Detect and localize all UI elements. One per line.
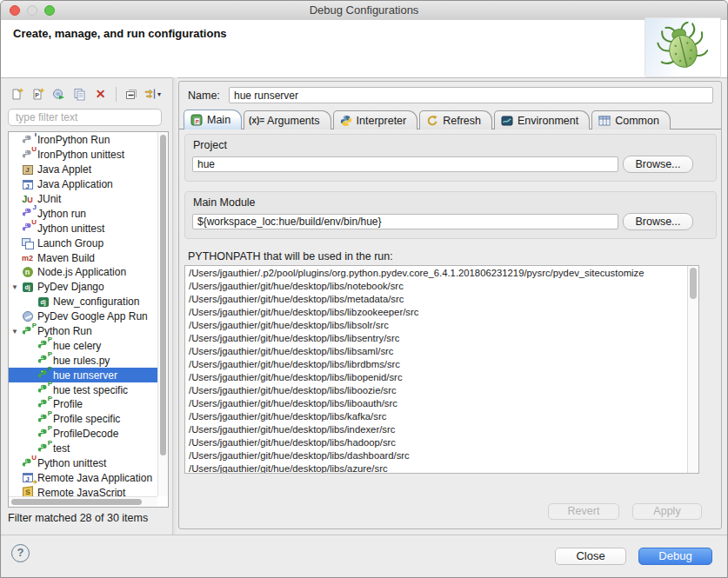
tree-item-hue-runserver[interactable]: Phue runserver (9, 368, 157, 382)
tree-item-hue-celery[interactable]: Phue celery (9, 338, 157, 353)
name-input[interactable] (229, 87, 713, 103)
tree-item-label: Jython run (37, 208, 86, 220)
project-input[interactable] (192, 156, 618, 172)
arguments-icon: (x)= (250, 115, 263, 127)
nodejs-icon: n (21, 267, 34, 278)
delete-config-icon[interactable]: ✕ (91, 85, 110, 103)
configurations-toolbar: P✕▾ (8, 83, 162, 104)
python-run-icon: P (37, 429, 50, 440)
tree-item-python-unittest[interactable]: UPython unittest (9, 456, 157, 471)
export-config-icon[interactable] (50, 85, 68, 103)
tree-item-node-js-application[interactable]: nNode.js Application (9, 265, 157, 280)
tree-item-label: hue runserver (53, 369, 117, 382)
project-browse-button[interactable]: Browse... (623, 156, 693, 173)
pythonpath-entry[interactable]: /Users/jgauthier/git/hue/desktop/libs/li… (185, 371, 687, 384)
pythonpath-entry[interactable]: /Users/jgauthier/git/hue/desktop/libs/li… (185, 384, 687, 397)
tree-item-profile[interactable]: PProfile (9, 397, 157, 412)
pythonpath-entry[interactable]: /Users/jgauthier/git/hue/desktop/libs/li… (185, 306, 687, 319)
revert-button[interactable]: Revert (548, 503, 619, 520)
tree-item-maven-build[interactable]: m2Maven Build (9, 250, 157, 265)
tree-item-java-applet[interactable]: JJava Applet (9, 163, 157, 177)
pythonpath-entry[interactable]: /Users/jgauthier/git/hue/desktop/libs/li… (185, 397, 687, 410)
pythonpath-entry[interactable]: /Users/jgauthier/git/hue/desktop/libs/li… (185, 358, 687, 371)
new-prototype-icon[interactable]: P (29, 85, 47, 103)
pythonpath-entry[interactable]: /Users/jgauthier/git/hue/desktop/libs/ka… (185, 410, 687, 423)
tree-item-label: Remote Java Application (37, 472, 152, 484)
pythonpath-entry[interactable]: /Users/jgauthier/git/hue/desktop/libs/in… (185, 423, 687, 436)
tree-item-remote-java-application[interactable]: J➔Remote Java Application (9, 470, 157, 485)
pythonpath-entry[interactable]: /Users/jgauthier/git/hue/desktop/libs/li… (185, 319, 687, 332)
tree-vertical-scrollbar-thumb[interactable] (160, 135, 166, 455)
tab-label: Refresh (443, 115, 481, 127)
launch-group-icon (21, 237, 34, 249)
pythonpath-entry[interactable]: /Users/jgauthier/git/hue/desktop/libs/da… (185, 449, 687, 462)
duplicate-config-icon[interactable] (70, 85, 89, 103)
tree-item-label: JUnit (37, 193, 61, 205)
collapse-all-icon[interactable] (123, 85, 141, 103)
main-tab-icon: P (190, 114, 203, 126)
tab-refresh[interactable]: Refresh (419, 110, 492, 130)
pythonpath-entry[interactable]: /Users/jgauthier/git/hue/desktop/libs/li… (185, 332, 687, 345)
tab-label: Common (615, 115, 659, 127)
debug-button[interactable]: Debug (638, 548, 712, 565)
tree-item-label: hue rules.py (53, 355, 110, 367)
pythonpath-entry[interactable]: /Users/jgauthier/git/hue/desktop/libs/ha… (185, 436, 687, 449)
tree-item-label: Node.js Application (37, 266, 126, 278)
new-launch-config-icon[interactable] (8, 85, 26, 103)
tab-main[interactable]: PMain (184, 110, 242, 130)
main-module-group: Main Module Browse... (184, 191, 717, 239)
tree-item-label: New_configuration (53, 296, 139, 308)
tab-interpreter[interactable]: Interpreter (333, 110, 418, 130)
tree-item-label: Profile (53, 398, 83, 410)
configurations-tree: IIronPython RunUIronPython unittestJJava… (8, 131, 169, 508)
tree-item-remote-javascript[interactable]: SRemote JavaScript (9, 485, 157, 496)
tree-item-label: PyDev Google App Run (37, 310, 148, 322)
tree-horizontal-scrollbar-thumb[interactable] (11, 499, 142, 505)
filter-input[interactable] (8, 109, 162, 126)
close-button[interactable]: Close (555, 548, 626, 565)
interpreter-icon (340, 115, 352, 127)
remote-js-icon: S (21, 487, 34, 496)
tree-item-java-application[interactable]: JJava Application (9, 177, 157, 192)
tree-item-jython-unittest[interactable]: UJython unittest (9, 221, 157, 236)
tree-item-profile-specific[interactable]: PProfile specific (9, 412, 157, 427)
pythonpath-entry[interactable]: /Users/jgauthier/git/hue/desktop/libs/me… (185, 293, 687, 306)
tab-environment[interactable]: Environment (494, 110, 590, 130)
pythonpath-entry[interactable]: /Users/jgauthier/git/hue/desktop/libs/li… (185, 345, 687, 358)
django-icon: dj (21, 282, 34, 293)
tree-item-ironpython-unittest[interactable]: UIronPython unittest (9, 148, 157, 163)
java-applet-icon: J (21, 164, 34, 176)
tree-vertical-scrollbar[interactable] (157, 132, 168, 496)
pythonpath-scrollbar[interactable] (687, 266, 698, 473)
svg-text:P: P (35, 92, 39, 98)
tree-item-python-run[interactable]: ▼PPython Run (9, 324, 157, 339)
pythonpath-entry[interactable]: /Users/jgauthier/.p2/pool/plugins/org.py… (185, 267, 687, 280)
tab-label: Main (207, 114, 230, 126)
dialog-header: Create, manage, and run configurations (1, 20, 727, 78)
tree-item-hue-test-specific[interactable]: Phue test specific (9, 382, 157, 397)
tree-item-hue-rules-py[interactable]: Phue rules.py (9, 353, 157, 368)
pythonpath-entry[interactable]: /Users/jgauthier/git/hue/desktop/libs/no… (185, 280, 687, 293)
tree-item-new-configuration[interactable]: djNew_configuration (9, 295, 157, 309)
main-module-input[interactable] (192, 214, 618, 229)
tree-item-pydev-django[interactable]: ▼djPyDev Django (9, 280, 157, 295)
project-label: Project (193, 139, 227, 151)
tree-item-launch-group[interactable]: Launch Group (9, 236, 157, 250)
tree-horizontal-scrollbar[interactable] (9, 496, 157, 507)
tree-item-junit[interactable]: JUJUnit (9, 192, 157, 207)
apply-button[interactable]: Apply (632, 503, 702, 520)
title-bar[interactable]: Debug Configurations (1, 1, 727, 21)
django-icon: dj (37, 296, 50, 308)
tab-arguments[interactable]: (x)=Arguments (244, 110, 331, 130)
main-module-browse-button[interactable]: Browse... (623, 213, 693, 230)
expand-arrow-icon[interactable]: ▼ (9, 328, 21, 336)
expand-arrow-icon[interactable]: ▼ (9, 283, 21, 291)
tree-item-profiledecode[interactable]: PProfileDecode (9, 427, 157, 442)
tree-item-pydev-google-app-run[interactable]: PyDev Google App Run (9, 309, 157, 324)
filter-launch-config-icon[interactable]: ▾ (144, 85, 162, 103)
tab-common[interactable]: Common (591, 110, 671, 130)
panel-sash[interactable] (172, 77, 177, 535)
help-icon[interactable]: ? (11, 544, 30, 562)
pythonpath-scrollbar-thumb[interactable] (690, 268, 697, 299)
pythonpath-entry[interactable]: /Users/jgauthier/git/hue/desktop/libs/az… (185, 462, 687, 473)
